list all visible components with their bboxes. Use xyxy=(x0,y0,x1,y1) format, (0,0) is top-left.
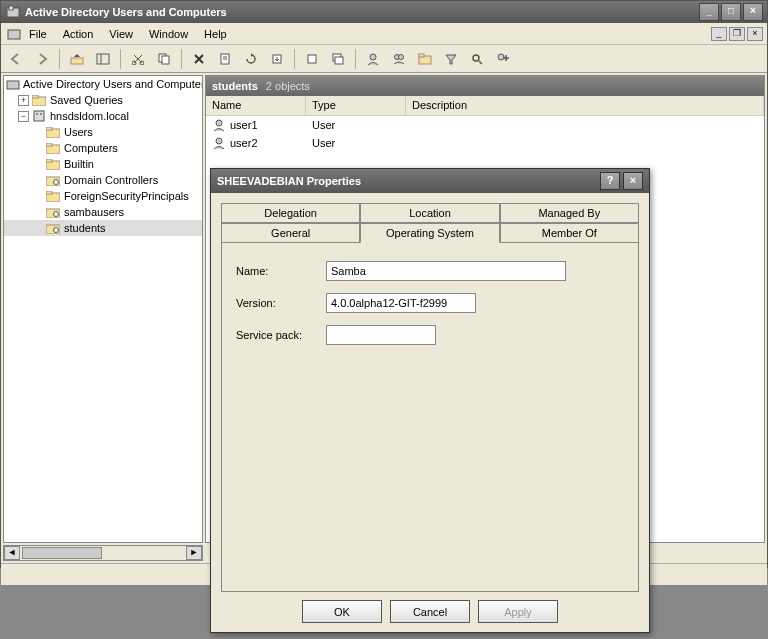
app-icon xyxy=(5,4,21,20)
menu-action[interactable]: Action xyxy=(55,26,102,42)
apply-button[interactable]: Apply xyxy=(478,600,558,623)
minimize-button[interactable]: _ xyxy=(699,3,719,21)
tree-root[interactable]: Active Directory Users and Computers xyxy=(4,76,202,92)
tree-fsp[interactable]: ForeignSecurityPrincipals xyxy=(4,188,202,204)
svg-point-17 xyxy=(370,54,376,60)
export-list-button[interactable] xyxy=(266,48,288,70)
path-count: 2 objects xyxy=(266,80,310,92)
forward-button[interactable] xyxy=(31,48,53,70)
tree-computers[interactable]: Computers xyxy=(4,140,202,156)
svg-rect-16 xyxy=(335,57,343,64)
new-user-icon[interactable] xyxy=(362,48,384,70)
scroll-thumb[interactable] xyxy=(22,547,102,559)
col-type[interactable]: Type xyxy=(306,96,406,115)
tree-root-label: Active Directory Users and Computers xyxy=(23,78,203,90)
name-field[interactable] xyxy=(326,261,566,281)
menu-window[interactable]: Window xyxy=(141,26,196,42)
ou-icon xyxy=(45,173,61,187)
col-name[interactable]: Name xyxy=(206,96,306,115)
tree-saved-queries[interactable]: + Saved Queries xyxy=(4,92,202,108)
menu-file[interactable]: File xyxy=(21,26,55,42)
find-button[interactable] xyxy=(466,48,488,70)
tree-sambausers[interactable]: sambausers xyxy=(4,204,202,220)
tab-location[interactable]: Location xyxy=(360,203,499,223)
list-row[interactable]: user1 User xyxy=(206,116,764,134)
tab-panel: Name: Version: Service pack: xyxy=(221,242,639,592)
maximize-button[interactable]: □ xyxy=(721,3,741,21)
refresh-button[interactable] xyxy=(240,48,262,70)
mdi-close-button[interactable]: × xyxy=(747,27,763,41)
help-button[interactable]: ? xyxy=(600,172,620,190)
new-group-icon[interactable] xyxy=(388,48,410,70)
tree-domain[interactable]: − hnsdsldom.local xyxy=(4,108,202,124)
name-label: Name: xyxy=(236,265,326,277)
svg-rect-3 xyxy=(71,58,83,64)
copy-button[interactable] xyxy=(153,48,175,70)
new-window-button[interactable] xyxy=(327,48,349,70)
svg-point-38 xyxy=(54,179,59,184)
expand-icon[interactable]: + xyxy=(18,95,29,106)
tree-computers-label: Computers xyxy=(64,142,118,154)
folder-icon xyxy=(45,189,61,203)
svg-point-22 xyxy=(473,55,479,61)
svg-line-23 xyxy=(479,61,482,64)
new-ou-icon[interactable] xyxy=(414,48,436,70)
menu-help[interactable]: Help xyxy=(196,26,235,42)
tree-fsp-label: ForeignSecurityPrincipals xyxy=(64,190,189,202)
svg-rect-36 xyxy=(46,159,52,162)
mdi-restore-button[interactable]: ❐ xyxy=(729,27,745,41)
svg-rect-25 xyxy=(7,81,19,89)
delete-button[interactable] xyxy=(188,48,210,70)
tree-dc[interactable]: Domain Controllers xyxy=(4,172,202,188)
folder-icon xyxy=(45,125,61,139)
list-row[interactable]: user2 User xyxy=(206,134,764,152)
tree-pane[interactable]: Active Directory Users and Computers + S… xyxy=(3,75,203,543)
version-field[interactable] xyxy=(326,293,476,313)
svg-point-46 xyxy=(216,138,222,144)
svg-rect-40 xyxy=(46,191,52,194)
titlebar[interactable]: Active Directory Users and Computers _ □… xyxy=(1,1,767,23)
toolbar xyxy=(1,45,767,73)
svg-rect-14 xyxy=(308,55,316,63)
scroll-left-button[interactable]: ◄ xyxy=(4,546,20,560)
tree-students[interactable]: students xyxy=(4,220,202,236)
dialog-title: SHEEVADEBIAN Properties xyxy=(217,175,361,187)
tab-operating-system[interactable]: Operating System xyxy=(360,223,499,243)
tree-users[interactable]: Users xyxy=(4,124,202,140)
tree-builtin-label: Builtin xyxy=(64,158,94,170)
close-button[interactable]: × xyxy=(743,3,763,21)
ok-button[interactable]: OK xyxy=(302,600,382,623)
dialog-close-button[interactable]: × xyxy=(623,172,643,190)
properties-button[interactable] xyxy=(214,48,236,70)
tab-managedby[interactable]: Managed By xyxy=(500,203,639,223)
tab-memberof[interactable]: Member Of xyxy=(500,223,639,242)
filter-button[interactable] xyxy=(440,48,462,70)
tree-hscrollbar[interactable]: ◄ ► xyxy=(3,545,203,561)
sp-label: Service pack: xyxy=(236,329,326,341)
folder-icon xyxy=(45,141,61,155)
tree-builtin[interactable]: Builtin xyxy=(4,156,202,172)
folder-icon xyxy=(45,157,61,171)
back-button[interactable] xyxy=(5,48,27,70)
collapse-icon[interactable]: − xyxy=(18,111,29,122)
mdi-minimize-button[interactable]: _ xyxy=(711,27,727,41)
dialog-titlebar[interactable]: SHEEVADEBIAN Properties ? × xyxy=(211,169,649,193)
new-object-button[interactable] xyxy=(301,48,323,70)
scroll-track[interactable] xyxy=(20,546,186,560)
up-button[interactable] xyxy=(66,48,88,70)
add-to-group-button[interactable] xyxy=(492,48,514,70)
svg-point-42 xyxy=(54,211,59,216)
svg-rect-28 xyxy=(34,111,44,121)
folder-icon xyxy=(31,93,47,107)
tab-general[interactable]: General xyxy=(221,223,360,242)
user-icon xyxy=(212,118,226,132)
cancel-button[interactable]: Cancel xyxy=(390,600,470,623)
service-pack-field[interactable] xyxy=(326,325,436,345)
show-hide-tree-button[interactable] xyxy=(92,48,114,70)
user-icon xyxy=(212,136,226,150)
scroll-right-button[interactable]: ► xyxy=(186,546,202,560)
menu-view[interactable]: View xyxy=(101,26,141,42)
tab-delegation[interactable]: Delegation xyxy=(221,203,360,223)
col-desc[interactable]: Description xyxy=(406,96,764,115)
cut-button[interactable] xyxy=(127,48,149,70)
